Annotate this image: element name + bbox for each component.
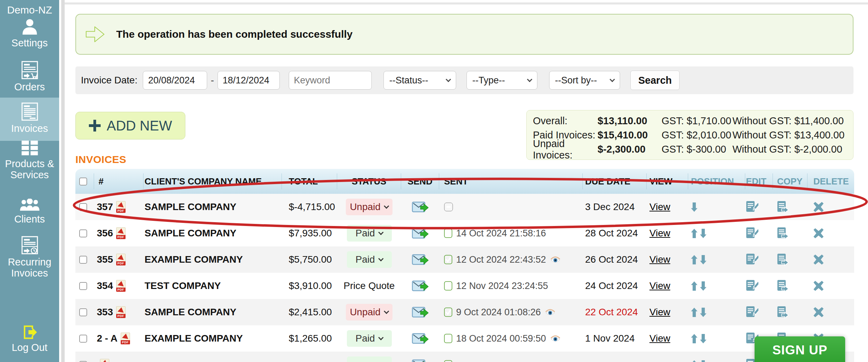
invoice-number: 356 — [97, 228, 113, 239]
sent-check-icon — [444, 281, 452, 291]
date-to-input[interactable] — [218, 71, 280, 90]
send-email-icon[interactable] — [412, 201, 428, 213]
delete-icon[interactable] — [813, 307, 824, 317]
view-link[interactable]: View — [649, 307, 670, 318]
viewed-eye-icon — [550, 335, 561, 342]
sort-filter-select[interactable]: --Sort by-- — [549, 71, 620, 90]
type-filter-select[interactable]: --Type-- — [467, 71, 537, 90]
summary-gst: GST: $2,010.00 — [662, 129, 732, 141]
pdf-icon[interactable] — [116, 201, 126, 213]
view-link[interactable]: View — [649, 333, 670, 344]
edit-icon[interactable] — [746, 280, 758, 292]
send-email-icon[interactable] — [412, 227, 428, 239]
row-checkbox[interactable] — [79, 203, 87, 211]
pdf-icon[interactable] — [116, 227, 126, 239]
send-email-icon[interactable] — [412, 253, 428, 266]
col-number: # — [94, 173, 144, 189]
sidebar-item-label: Settings — [0, 37, 59, 48]
sidebar-item-clients[interactable]: Clients — [0, 199, 59, 225]
status-select[interactable]: Paid — [347, 330, 392, 347]
invoice-total: $-4,715.00 — [282, 201, 337, 212]
row-checkbox[interactable] — [79, 308, 87, 316]
status-select[interactable]: Unpaid — [346, 199, 393, 215]
status-select[interactable] — [347, 356, 392, 362]
copy-icon[interactable] — [777, 253, 789, 266]
summary-amount: $-2,300.00 — [598, 144, 662, 155]
copy-icon[interactable] — [777, 280, 789, 292]
copy-icon[interactable] — [777, 227, 789, 239]
send-email-icon[interactable] — [412, 332, 428, 345]
col-edit: EDIT — [745, 173, 773, 189]
pdf-icon[interactable] — [100, 359, 109, 362]
move-up-icon[interactable] — [691, 308, 698, 317]
sidebar-item-products-services[interactable]: Products & Services — [0, 140, 59, 181]
move-down-icon[interactable] — [700, 308, 707, 317]
view-link[interactable]: View — [649, 254, 670, 265]
delete-icon[interactable] — [813, 202, 824, 212]
view-link[interactable]: View — [649, 201, 670, 212]
sign-up-button[interactable]: SIGN UP — [755, 336, 845, 362]
viewed-eye-icon — [545, 308, 556, 316]
pdf-icon[interactable] — [121, 333, 130, 344]
row-checkbox[interactable] — [79, 229, 87, 237]
chevron-down-icon — [445, 76, 451, 82]
table-row — [75, 352, 854, 362]
edit-icon[interactable] — [746, 306, 758, 318]
delete-icon[interactable] — [813, 228, 824, 238]
chevron-down-icon — [378, 256, 384, 261]
search-button[interactable]: Search — [630, 71, 680, 90]
date-from-input[interactable] — [143, 71, 207, 90]
due-date: 28 Oct 2024 — [583, 228, 647, 239]
sidebar-item-orders[interactable]: Orders — [0, 61, 59, 92]
sent-check-icon — [444, 360, 452, 362]
pdf-icon[interactable] — [116, 306, 126, 318]
move-up-icon[interactable] — [691, 229, 698, 238]
row-checkbox[interactable] — [79, 335, 87, 343]
copy-icon[interactable] — [777, 306, 789, 318]
status-filter-select[interactable]: --Status-- — [384, 71, 456, 90]
add-new-label: ADD NEW — [107, 118, 172, 134]
move-down-icon[interactable] — [700, 281, 707, 291]
col-view: VIEW — [647, 173, 688, 189]
edit-icon[interactable] — [746, 253, 758, 266]
move-down-icon[interactable] — [700, 334, 707, 343]
delete-icon[interactable] — [813, 281, 824, 291]
status-select[interactable]: Unpaid — [346, 304, 393, 320]
keyword-input[interactable] — [289, 71, 372, 90]
view-link[interactable]: View — [649, 280, 670, 291]
row-checkbox[interactable] — [79, 282, 87, 290]
move-down-icon[interactable] — [700, 229, 707, 238]
move-down-icon[interactable] — [700, 360, 707, 362]
pdf-icon[interactable] — [116, 280, 126, 292]
sidebar-item-recurring-invoices[interactable]: Recurring Invoices — [0, 236, 59, 279]
copy-icon[interactable] — [777, 201, 789, 213]
delete-icon[interactable] — [813, 254, 824, 265]
move-up-icon[interactable] — [691, 334, 698, 343]
move-up-icon[interactable] — [691, 360, 698, 362]
pdf-icon[interactable] — [116, 254, 126, 265]
invoice-number: 357 — [97, 201, 113, 212]
status-select[interactable]: Paid — [347, 225, 392, 242]
send-email-icon[interactable] — [412, 359, 428, 362]
status-select[interactable]: Paid — [347, 251, 392, 268]
edit-icon[interactable] — [746, 227, 758, 239]
add-new-button[interactable]: ADD NEW — [75, 112, 185, 139]
success-alert: The operation has been completed success… — [75, 14, 853, 55]
send-email-icon[interactable] — [412, 306, 428, 318]
sidebar-item-invoices[interactable]: Invoices — [0, 98, 59, 141]
client-company: SAMPLE COMPANY — [144, 201, 282, 212]
select-all-checkbox[interactable] — [79, 178, 87, 185]
send-email-icon[interactable] — [412, 280, 428, 292]
table-row: 354 TEST COMPANY $3,910.00 Price Quote 1… — [75, 273, 854, 299]
due-date: 1 Nov 2024 — [583, 333, 647, 344]
row-checkbox[interactable] — [79, 256, 87, 264]
row-checkbox[interactable] — [79, 361, 87, 362]
edit-icon[interactable] — [746, 201, 758, 213]
move-up-icon[interactable] — [691, 255, 698, 264]
sidebar-item-logout[interactable]: Log Out — [0, 325, 59, 353]
sidebar-item-settings[interactable]: Settings — [0, 18, 59, 48]
view-link[interactable]: View — [649, 228, 670, 239]
move-up-icon[interactable] — [691, 281, 698, 291]
move-down-icon[interactable] — [700, 255, 707, 264]
move-down-icon[interactable] — [691, 202, 698, 212]
